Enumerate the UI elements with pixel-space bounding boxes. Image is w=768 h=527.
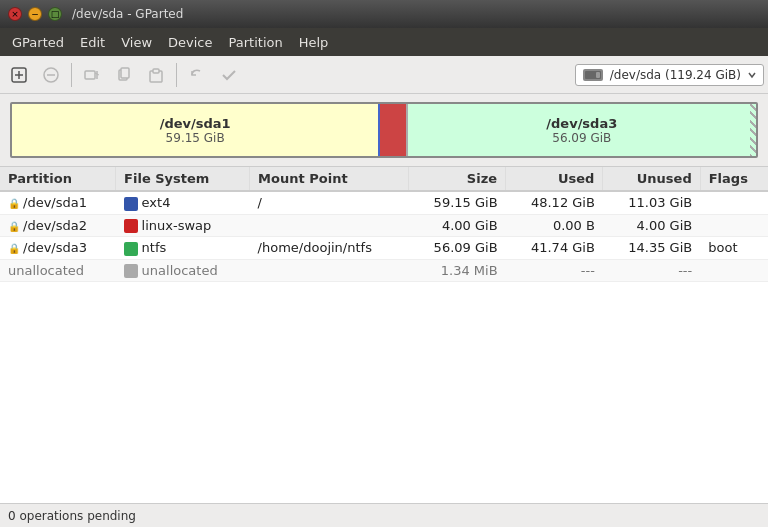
close-button[interactable]: × (8, 7, 22, 21)
partition-table: Partition File System Mount Point Size U… (0, 167, 768, 503)
status-text: 0 operations pending (8, 509, 136, 523)
disk-visual: /dev/sda1 59.15 GiB /dev/sda3 56.09 GiB (0, 94, 768, 167)
partitions-table: Partition File System Mount Point Size U… (0, 167, 768, 282)
svg-rect-11 (153, 69, 159, 73)
cell-filesystem: linux-swap (116, 214, 250, 237)
device-selector[interactable]: /dev/sda (119.24 GiB) (575, 64, 764, 86)
cell-used: 41.74 GiB (506, 237, 603, 260)
menu-help[interactable]: Help (291, 31, 337, 54)
paste-button[interactable] (141, 60, 171, 90)
cell-unused: 4.00 GiB (603, 214, 700, 237)
new-partition-button[interactable] (4, 60, 34, 90)
cell-mountpoint (250, 214, 409, 237)
cell-size: 56.09 GiB (408, 237, 505, 260)
cell-used: --- (506, 259, 603, 282)
cell-mountpoint: / (250, 191, 409, 214)
device-label: /dev/sda (119.24 GiB) (610, 68, 741, 82)
menu-partition[interactable]: Partition (221, 31, 291, 54)
table-row[interactable]: 🔒/dev/sda2linux-swap4.00 GiB0.00 B4.00 G… (0, 214, 768, 237)
cell-mountpoint (250, 259, 409, 282)
menu-view[interactable]: View (113, 31, 160, 54)
col-partition: Partition (0, 167, 116, 191)
cell-used: 0.00 B (506, 214, 603, 237)
toolbar-separator-2 (176, 63, 177, 87)
sda1-label: /dev/sda1 (160, 116, 231, 131)
titlebar: × − □ /dev/sda - GParted (0, 0, 768, 28)
cell-size: 4.00 GiB (408, 214, 505, 237)
col-flags: Flags (700, 167, 768, 191)
sda3-label: /dev/sda3 (546, 116, 617, 131)
menu-edit[interactable]: Edit (72, 31, 113, 54)
menu-gparted[interactable]: GParted (4, 31, 72, 54)
maximize-button[interactable]: □ (48, 7, 62, 21)
menubar: GParted Edit View Device Partition Help (0, 28, 768, 56)
toolbar-separator (71, 63, 72, 87)
disk-bar: /dev/sda1 59.15 GiB /dev/sda3 56.09 GiB (10, 102, 758, 158)
disk-segment-sda2[interactable] (380, 104, 405, 156)
cell-partition: 🔒/dev/sda1 (0, 191, 116, 214)
cell-partition: 🔒/dev/sda3 (0, 237, 116, 260)
cell-flags (700, 259, 768, 282)
svg-rect-9 (121, 68, 129, 78)
table-header-row: Partition File System Mount Point Size U… (0, 167, 768, 191)
cell-filesystem: ntfs (116, 237, 250, 260)
minimize-button[interactable]: − (28, 7, 42, 21)
svg-rect-14 (596, 72, 600, 78)
resize-button[interactable] (77, 60, 107, 90)
cell-filesystem: unallocated (116, 259, 250, 282)
col-unused: Unused (603, 167, 700, 191)
window-title: /dev/sda - GParted (72, 7, 183, 21)
cell-flags (700, 214, 768, 237)
cell-partition: unallocated (0, 259, 116, 282)
cell-filesystem: ext4 (116, 191, 250, 214)
table-row[interactable]: unallocatedunallocated1.34 MiB------ (0, 259, 768, 282)
cell-flags (700, 191, 768, 214)
table-row[interactable]: 🔒/dev/sda1ext4/59.15 GiB48.12 GiB11.03 G… (0, 191, 768, 214)
sda1-size: 59.15 GiB (166, 131, 225, 145)
cell-size: 59.15 GiB (408, 191, 505, 214)
disk-segment-sda1[interactable]: /dev/sda1 59.15 GiB (12, 104, 380, 156)
table-row[interactable]: 🔒/dev/sda3ntfs/home/doojin/ntfs56.09 GiB… (0, 237, 768, 260)
delete-button[interactable] (36, 60, 66, 90)
col-filesystem: File System (116, 167, 250, 191)
cell-used: 48.12 GiB (506, 191, 603, 214)
sda3-size: 56.09 GiB (552, 131, 611, 145)
cell-unused: 14.35 GiB (603, 237, 700, 260)
toolbar: /dev/sda (119.24 GiB) (0, 56, 768, 94)
col-mountpoint: Mount Point (250, 167, 409, 191)
cell-flags: boot (700, 237, 768, 260)
cell-unused: 11.03 GiB (603, 191, 700, 214)
undo-button[interactable] (182, 60, 212, 90)
cell-mountpoint: /home/doojin/ntfs (250, 237, 409, 260)
statusbar: 0 operations pending (0, 503, 768, 527)
col-size: Size (408, 167, 505, 191)
cell-unused: --- (603, 259, 700, 282)
cell-size: 1.34 MiB (408, 259, 505, 282)
col-used: Used (506, 167, 603, 191)
menu-device[interactable]: Device (160, 31, 220, 54)
apply-button[interactable] (214, 60, 244, 90)
copy-button[interactable] (109, 60, 139, 90)
disk-segment-sda3[interactable]: /dev/sda3 56.09 GiB (406, 104, 756, 156)
cell-partition: 🔒/dev/sda2 (0, 214, 116, 237)
svg-rect-5 (85, 71, 95, 79)
